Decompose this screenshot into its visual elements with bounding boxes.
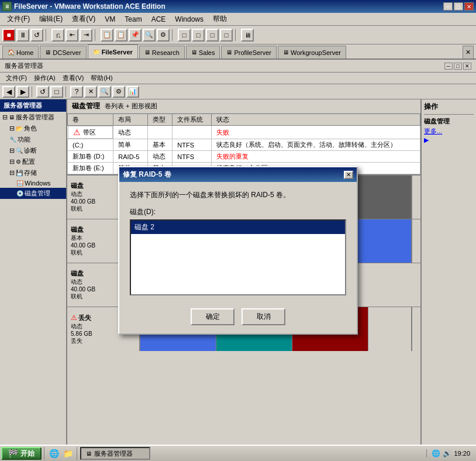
tb-btn16[interactable]: 🖥 bbox=[241, 29, 254, 42]
tb-reset-btn[interactable]: ↺ bbox=[30, 29, 43, 42]
dialog-ok-btn[interactable]: 确定 bbox=[191, 308, 234, 325]
tb-btn7[interactable]: 📋 bbox=[101, 29, 113, 42]
tb-btn9[interactable]: 📌 bbox=[129, 29, 142, 42]
systray: 🌐 🔊 19:20 bbox=[426, 449, 475, 457]
taskbar: 🏁开始 🌐 📁 🖥 服务器管理器 🌐 🔊 19:20 bbox=[0, 445, 476, 461]
dialog-description: 选择下面所列的一个磁盘来替换损坏的 RAID-5 卷。 bbox=[130, 190, 346, 200]
menu-file[interactable]: 文件(F) bbox=[2, 13, 35, 25]
start-button[interactable]: 🏁开始 bbox=[1, 447, 42, 460]
taskbar-server-manager[interactable]: 🖥 服务器管理器 bbox=[80, 447, 150, 460]
systray-volume[interactable]: 🔊 bbox=[443, 449, 451, 457]
taskbar-explorer[interactable]: 📁 bbox=[61, 447, 74, 460]
menu-edit[interactable]: 编辑(E) bbox=[35, 13, 67, 25]
repair-raid-dialog: 修复 RAID-5 卷 ✕ 选择下面所列的一个磁盘来替换损坏的 RAID-5 卷… bbox=[118, 166, 358, 335]
dialog-disk-label: 磁盘(D): bbox=[130, 207, 346, 217]
menu-ace[interactable]: ACE bbox=[147, 14, 171, 25]
dialog-listbox[interactable]: 磁盘 2 bbox=[130, 219, 346, 295]
dialog-titlebar: 修复 RAID-5 卷 ✕ bbox=[119, 167, 357, 182]
tb-btn11[interactable]: ⚙ bbox=[157, 29, 170, 42]
minimize-btn[interactable]: ─ bbox=[443, 2, 453, 11]
systray-network[interactable]: 🌐 bbox=[432, 449, 440, 457]
dialog-disk-item[interactable]: 磁盘 2 bbox=[131, 221, 345, 234]
maximize-btn[interactable]: □ bbox=[454, 2, 463, 11]
tb-btn12[interactable]: □ bbox=[178, 29, 191, 42]
tb-btn15[interactable]: □ bbox=[220, 29, 233, 42]
tb-btn5[interactable]: ⇤ bbox=[65, 29, 78, 42]
systray-time: 19:20 bbox=[454, 450, 470, 457]
dialog-buttons: 确定 取消 bbox=[119, 304, 357, 333]
tb-btn10[interactable]: 🔍 bbox=[143, 29, 156, 42]
dialog-overlay: 修复 RAID-5 卷 ✕ 选择下面所列的一个磁盘来替换损坏的 RAID-5 卷… bbox=[0, 56, 476, 445]
dialog-title: 修复 RAID-5 卷 bbox=[123, 170, 171, 180]
dialog-close-btn[interactable]: ✕ bbox=[344, 171, 353, 179]
menu-vm[interactable]: VM bbox=[100, 14, 120, 25]
menu-windows[interactable]: Windows bbox=[170, 14, 208, 25]
tb-btn8[interactable]: 📋 bbox=[115, 29, 127, 42]
vmware-menubar: 文件(F) 编辑(E) 查看(V) VM Team ACE Windows 帮助 bbox=[0, 13, 476, 26]
tb-btn13[interactable]: □ bbox=[192, 29, 205, 42]
tb-btn4[interactable]: ⎌ bbox=[51, 29, 64, 42]
menu-help[interactable]: 帮助 bbox=[208, 13, 232, 25]
taskbar-ie[interactable]: 🌐 bbox=[47, 447, 60, 460]
tb-power-btn[interactable]: ■ bbox=[2, 29, 15, 42]
window-title: FileServer - VMware Workstation ACE Edit… bbox=[14, 2, 165, 11]
dialog-body: 选择下面所列的一个磁盘来替换损坏的 RAID-5 卷。 磁盘(D): 磁盘 2 bbox=[119, 182, 357, 304]
vmware-titlebar: 🖥 FileServer - VMware Workstation ACE Ed… bbox=[0, 0, 476, 13]
app-icon: 🖥 bbox=[2, 2, 12, 11]
menu-view[interactable]: 查看(V) bbox=[67, 13, 100, 25]
menu-team[interactable]: Team bbox=[120, 14, 146, 25]
dialog-cancel-btn[interactable]: 取消 bbox=[242, 308, 285, 325]
tb-btn14[interactable]: □ bbox=[206, 29, 219, 42]
close-btn[interactable]: ✕ bbox=[464, 2, 474, 11]
vmware-toolbar: ■ ⏸ ↺ ⎌ ⇤ ⇥ 📋 📋 📌 🔍 ⚙ □ □ □ □ 🖥 bbox=[0, 26, 476, 44]
tb-pause-btn[interactable]: ⏸ bbox=[16, 29, 29, 42]
tb-btn6[interactable]: ⇥ bbox=[80, 29, 92, 42]
